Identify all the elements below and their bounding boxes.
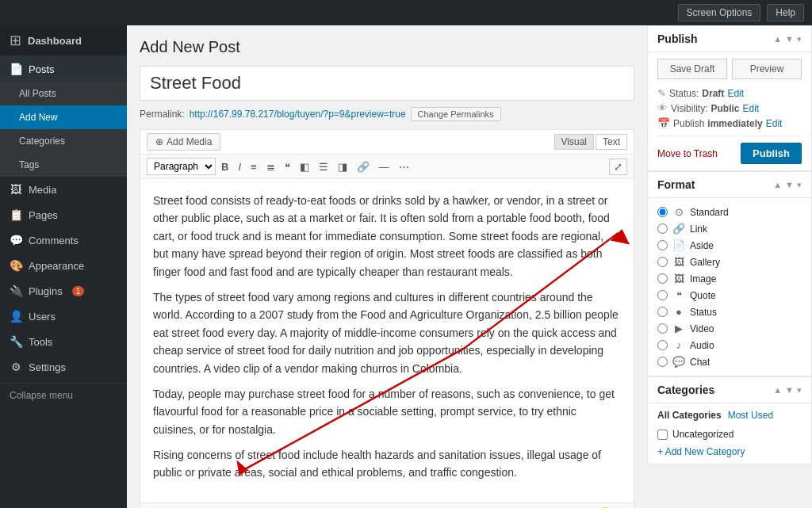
all-posts-label: All Posts (19, 88, 56, 99)
publish-collapse-up[interactable]: ▲ (773, 34, 782, 44)
format-radio-aside[interactable] (657, 240, 668, 250)
italic-button[interactable]: I (234, 159, 245, 175)
format-radio-quote[interactable] (657, 290, 668, 300)
format-radio-link[interactable] (657, 223, 668, 234)
most-used-tab[interactable]: Most Used (728, 410, 773, 421)
sidebar-item-categories[interactable]: Categories (0, 129, 127, 153)
publish-expand[interactable]: ▾ (797, 34, 802, 44)
editor-paragraph-3: Today, people may purchase street food f… (153, 385, 621, 438)
visibility-row: 👁 Visibility: Public Edit (657, 102, 802, 114)
sidebar: ⊞ Dashboard 📄 Posts All Posts Add New Ca… (0, 25, 127, 508)
change-permalinks-button[interactable]: Change Permalinks (411, 107, 501, 121)
fullscreen-button[interactable]: ⤢ (609, 159, 627, 175)
sidebar-item-tools[interactable]: 🔧 Tools (0, 329, 127, 354)
sidebar-item-posts[interactable]: 📄 Posts (0, 56, 127, 82)
add-media-button[interactable]: ⊕ Add Media (147, 133, 220, 151)
format-radio-video[interactable] (657, 323, 668, 334)
publish-time-edit-link[interactable]: Edit (766, 118, 783, 129)
sidebar-item-all-posts[interactable]: All Posts (0, 82, 127, 105)
blockquote-button[interactable]: ❝ (281, 159, 294, 175)
sidebar-item-add-new[interactable]: Add New (0, 105, 127, 129)
permalink-url[interactable]: http://167.99.78.217/blog/tuyen/?p=9&pre… (190, 109, 406, 120)
status-edit-link[interactable]: Edit (727, 88, 744, 99)
categories-collapse-down[interactable]: ▼ (785, 385, 794, 395)
format-option-status[interactable]: ● Status (657, 304, 802, 319)
status-row: ✎ Status: Draft Edit (657, 87, 802, 99)
align-right-button[interactable]: ◨ (334, 159, 351, 175)
move-to-trash-link[interactable]: Move to Trash (657, 148, 718, 159)
editor-content[interactable]: Street food consists of ready-to-eat foo… (140, 179, 634, 502)
sidebar-item-media[interactable]: 🖼 Media (0, 177, 127, 202)
sidebar-item-settings[interactable]: ⚙ Settings (0, 354, 127, 380)
sidebar-item-appearance[interactable]: 🎨 Appearance (0, 253, 127, 278)
format-box: Format ▲ ▼ ▾ ⊙ Standard 🔗 (647, 171, 812, 376)
format-option-image[interactable]: 🖼 Image (657, 271, 802, 286)
right-sidebar: Publish ▲ ▼ ▾ Save Draft Preview ✎ Statu… (647, 25, 812, 508)
format-option-video[interactable]: ▶ Video (657, 321, 802, 336)
format-radio-standard[interactable] (657, 207, 668, 217)
editor-toolbar: Paragraph B I ≡ ≣ ❝ ◧ ☰ ◨ 🔗 — ⋯ ⤢ (140, 155, 634, 179)
collapse-menu[interactable]: Collapse menu (0, 383, 127, 407)
more-button[interactable]: ⋯ (395, 159, 413, 175)
visual-button[interactable]: Visual (554, 134, 594, 150)
categories-collapse-up[interactable]: ▲ (773, 385, 782, 395)
publish-box-controls: ▲ ▼ ▾ (773, 34, 802, 44)
sidebar-item-pages-label: Pages (29, 209, 58, 221)
permalink-bar: Permalink: http://167.99.78.217/blog/tuy… (140, 107, 634, 121)
horizontal-rule-button[interactable]: — (375, 159, 393, 175)
bold-button[interactable]: B (217, 159, 232, 175)
format-option-gallery[interactable]: 🖼 Gallery (657, 254, 802, 269)
sidebar-item-comments[interactable]: 💬 Comments (0, 227, 127, 253)
text-button[interactable]: Text (596, 134, 627, 150)
visibility-value: Public (710, 103, 739, 114)
pages-icon: 📋 (10, 208, 22, 221)
sidebar-logo[interactable]: ⊞ Dashboard (0, 25, 127, 56)
format-options: ⊙ Standard 🔗 Link 📄 Aside (657, 204, 802, 369)
sidebar-item-settings-label: Settings (29, 361, 66, 373)
screen-options-button[interactable]: Screen Options (678, 4, 761, 21)
category-uncategorized-checkbox[interactable] (657, 430, 668, 440)
sidebar-item-pages[interactable]: 📋 Pages (0, 202, 127, 227)
format-radio-image[interactable] (657, 273, 668, 284)
format-radio-chat[interactable] (657, 357, 668, 367)
all-categories-tab[interactable]: All Categories (657, 410, 722, 421)
add-new-category-link[interactable]: + Add New Category (657, 446, 802, 457)
save-draft-button[interactable]: Save Draft (657, 59, 727, 79)
format-radio-status[interactable] (657, 307, 668, 317)
preview-button[interactable]: Preview (732, 59, 802, 79)
users-icon: 👤 (10, 310, 22, 323)
sidebar-item-plugins[interactable]: 🔌 Plugins 1 (0, 278, 127, 304)
help-button[interactable]: Help (767, 4, 804, 21)
categories-expand[interactable]: ▾ (797, 385, 802, 395)
align-left-button[interactable]: ◧ (296, 159, 313, 175)
format-option-standard[interactable]: ⊙ Standard (657, 204, 802, 220)
publish-collapse-down[interactable]: ▼ (785, 34, 794, 44)
link-button[interactable]: 🔗 (353, 159, 373, 175)
sidebar-item-users[interactable]: 👤 Users (0, 304, 127, 329)
format-select[interactable]: Paragraph (147, 158, 216, 175)
format-collapse-down[interactable]: ▼ (785, 180, 794, 189)
format-option-quote[interactable]: ❝ Quote (657, 288, 802, 303)
format-option-audio[interactable]: ♪ Audio (657, 338, 802, 353)
format-collapse-up[interactable]: ▲ (773, 180, 782, 189)
format-radio-gallery[interactable] (657, 257, 668, 267)
format-option-aside[interactable]: 📄 Aside (657, 238, 802, 253)
publish-button[interactable]: Publish (741, 143, 802, 164)
tools-icon: 🔧 (10, 335, 22, 348)
ordered-list-button[interactable]: ≣ (262, 159, 279, 175)
posts-icon: 📄 (10, 63, 22, 75)
visibility-edit-link[interactable]: Edit (742, 103, 759, 114)
align-center-button[interactable]: ☰ (315, 159, 332, 175)
category-uncategorized[interactable]: Uncategorized (657, 427, 802, 441)
format-radio-audio[interactable] (657, 340, 668, 350)
sidebar-item-tags[interactable]: Tags (0, 153, 127, 177)
format-option-chat[interactable]: 💬 Chat (657, 354, 802, 369)
post-title-input[interactable] (140, 66, 634, 101)
format-option-link[interactable]: 🔗 Link (657, 221, 802, 236)
format-expand[interactable]: ▾ (797, 180, 802, 190)
category-tabs: All Categories Most Used (657, 410, 802, 421)
unordered-list-button[interactable]: ≡ (247, 159, 261, 175)
format-label-standard: Standard (690, 207, 729, 218)
format-box-controls: ▲ ▼ ▾ (773, 180, 802, 190)
main-layout: ⊞ Dashboard 📄 Posts All Posts Add New Ca… (0, 25, 812, 508)
